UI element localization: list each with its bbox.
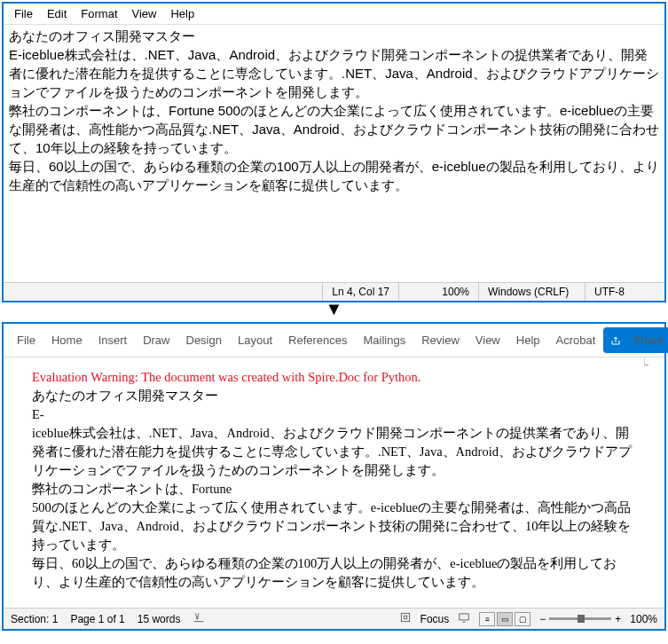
status-page[interactable]: Page 1 of 1 bbox=[70, 613, 124, 625]
tab-mailings[interactable]: Mailings bbox=[356, 330, 414, 350]
menu-help[interactable]: Help bbox=[163, 5, 201, 22]
status-eol: Windows (CRLF) bbox=[478, 283, 585, 301]
tab-insert[interactable]: Insert bbox=[90, 330, 136, 350]
notepad-pane: File Edit Format View Help あなたのオフィス開発マスタ… bbox=[2, 2, 666, 302]
tab-layout[interactable]: Layout bbox=[230, 330, 280, 350]
text-line: 弊社のコンポーネントは、Fortune 500のほとんどの大企業によって広く使用… bbox=[9, 101, 659, 157]
word-statusbar: Section: 1 Page 1 of 1 15 words Focus ≡ … bbox=[4, 608, 664, 629]
doc-line: iceblue株式会社は、.NET、Java、Android、およびクラウド開発… bbox=[32, 424, 636, 480]
word-ribbon: File Home Insert Draw Design Layout Refe… bbox=[4, 324, 664, 357]
spellcheck-icon[interactable] bbox=[193, 611, 205, 626]
tab-help[interactable]: Help bbox=[508, 330, 548, 350]
tab-review[interactable]: Review bbox=[413, 330, 468, 350]
text-line: E-iceblue株式会社は、.NET、Java、Android、およびクラウド… bbox=[9, 45, 659, 101]
tab-home[interactable]: Home bbox=[43, 330, 90, 350]
view-read-icon[interactable]: ≡ bbox=[479, 612, 495, 626]
text-line: 毎日、60以上の国で、あらゆる種類の企業の100万人以上の開発者が、e-iceb… bbox=[9, 157, 659, 194]
status-encoding: UTF-8 bbox=[585, 283, 664, 301]
view-web-icon[interactable]: ▢ bbox=[515, 612, 530, 626]
tab-references[interactable]: References bbox=[280, 330, 355, 350]
svg-rect-2 bbox=[460, 614, 469, 620]
menu-format[interactable]: Format bbox=[74, 5, 124, 22]
tab-file[interactable]: File bbox=[9, 330, 43, 350]
zoom-slider[interactable]: − + bbox=[539, 613, 621, 625]
word-document-area[interactable]: ⎿ Evaluation Warning: The document was c… bbox=[4, 357, 664, 608]
zoom-track[interactable] bbox=[549, 617, 611, 620]
status-section[interactable]: Section: 1 bbox=[11, 613, 58, 625]
evaluation-warning: Evaluation Warning: The document was cre… bbox=[32, 368, 636, 387]
notepad-menubar: File Edit Format View Help bbox=[4, 4, 664, 25]
svg-rect-1 bbox=[404, 616, 407, 619]
tab-acrobat[interactable]: Acrobat bbox=[548, 330, 604, 350]
tab-view[interactable]: View bbox=[468, 330, 508, 350]
focus-icon[interactable] bbox=[399, 611, 412, 626]
notepad-statusbar: Ln 4, Col 17 100% Windows (CRLF) UTF-8 bbox=[4, 282, 664, 301]
view-mode-group: ≡ ▭ ▢ bbox=[479, 612, 530, 626]
svg-rect-0 bbox=[401, 613, 409, 621]
doc-line: 弊社のコンポーネントは、Fortune bbox=[32, 480, 636, 499]
share-label: Share bbox=[625, 330, 668, 350]
zoom-thumb[interactable] bbox=[578, 615, 585, 623]
doc-line: 毎日、60以上の国で、あらゆる種類の企業の100万人以上の開発者が、e-iceb… bbox=[32, 554, 636, 592]
doc-line: E- bbox=[32, 405, 636, 424]
tab-design[interactable]: Design bbox=[178, 330, 230, 350]
word-pane: File Home Insert Draw Design Layout Refe… bbox=[2, 322, 666, 631]
menu-edit[interactable]: Edit bbox=[40, 5, 74, 22]
zoom-in-button[interactable]: + bbox=[615, 613, 621, 625]
tab-draw[interactable]: Draw bbox=[135, 330, 177, 350]
menu-view[interactable]: View bbox=[125, 5, 164, 22]
status-words[interactable]: 15 words bbox=[138, 613, 181, 625]
focus-label[interactable]: Focus bbox=[420, 613, 450, 625]
notepad-text-area[interactable]: あなたのオフィス開発マスター E-iceblue株式会社は、.NET、Java、… bbox=[4, 25, 664, 282]
share-icon bbox=[610, 335, 621, 346]
ruler-marker: ⎿ bbox=[640, 357, 648, 366]
display-settings-icon[interactable] bbox=[458, 611, 470, 626]
view-print-icon[interactable]: ▭ bbox=[497, 612, 513, 626]
status-cursor: Ln 4, Col 17 bbox=[322, 283, 398, 301]
status-zoom[interactable]: 100% bbox=[398, 283, 478, 301]
text-line: あなたのオフィス開発マスター bbox=[9, 27, 659, 45]
share-button[interactable]: Share bbox=[603, 327, 668, 353]
doc-line: あなたのオフィス開発マスター bbox=[32, 387, 636, 405]
document-body: Evaluation Warning: The document was cre… bbox=[21, 365, 647, 595]
doc-line: 500のほとんどの大企業によって広く使用されています。e-iceblueの主要な… bbox=[32, 499, 636, 554]
zoom-out-button[interactable]: − bbox=[539, 613, 546, 625]
zoom-percent[interactable]: 100% bbox=[630, 613, 657, 625]
menu-file[interactable]: File bbox=[7, 5, 40, 22]
down-arrow-icon: ▼ bbox=[0, 304, 668, 320]
